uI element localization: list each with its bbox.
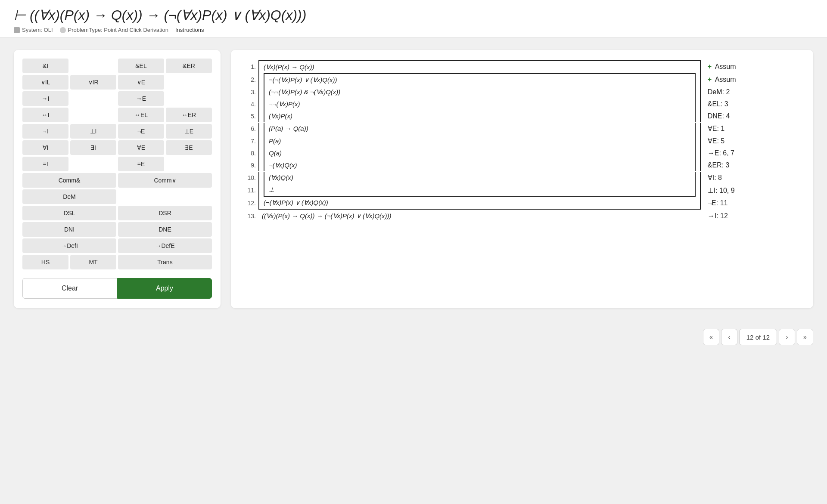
rule-empty-7 — [166, 157, 212, 171]
page-title: ⊢ ((∀x)(P(x) → Q(x)) → (¬(∀x)P(x) ∨ (∀x)… — [14, 7, 813, 23]
line-num-2: 2. — [241, 73, 258, 86]
just-2: Assum — [715, 76, 736, 83]
line-num-8: 8. — [241, 147, 258, 159]
just-9: &ER: 3 — [708, 161, 730, 169]
just-cell-6: ∀E: 1 — [701, 122, 803, 135]
proof-row-1: 1. (∀x)(P(x) → Q(x)) + Assum — [241, 60, 803, 73]
rule-eq-i[interactable]: =I — [22, 157, 68, 171]
just-3: DeM: 2 — [708, 88, 730, 96]
formula-cell-3: (¬¬(∀x)P(x) & ¬(∀x)Q(x)) — [258, 86, 701, 98]
formula-4: ¬¬(∀x)P(x) — [269, 100, 300, 108]
rule-empty-4 — [166, 91, 212, 106]
rule-comm-and[interactable]: Comm& — [22, 173, 116, 188]
rule-comm-or[interactable]: Comm∨ — [118, 173, 212, 188]
last-page-button[interactable]: » — [797, 329, 813, 345]
line-num-12: 12. — [241, 197, 258, 210]
proof-row-4: 4. ¬¬(∀x)P(x) &EL: 3 — [241, 98, 803, 110]
just-10: ∀I: 8 — [708, 174, 722, 181]
rule-bot-i[interactable]: ⊥I — [70, 124, 116, 139]
proof-row-2: 2. ¬(¬(∀x)P(x) ∨ (∀x)Q(x)) + Assum — [241, 73, 803, 86]
rule-exists-i[interactable]: ∃I — [70, 140, 116, 155]
rule-empty-8 — [118, 189, 212, 204]
instructions-link[interactable]: Instructions — [175, 27, 204, 33]
formula-cell-12: (¬(∀x)P(x) ∨ (∀x)Q(x)) — [258, 197, 701, 210]
page-info: 12 of 12 — [739, 329, 777, 345]
rule-dem[interactable]: DeM — [22, 189, 116, 204]
line-num-9: 9. — [241, 159, 258, 171]
rule-trans[interactable]: Trans — [118, 255, 212, 269]
rule-iff-el[interactable]: ↔EL — [118, 108, 164, 122]
rule-forall-i[interactable]: ∀I — [22, 140, 68, 155]
just-cell-9: &ER: 3 — [701, 159, 803, 171]
just-cell-4: &EL: 3 — [701, 98, 803, 110]
just-5: DNE: 4 — [708, 112, 730, 120]
formula-7: P(a) — [269, 137, 281, 145]
just-cell-13: →I: 12 — [701, 210, 803, 223]
rule-dsr[interactable]: DSR — [118, 206, 212, 220]
clear-button[interactable]: Clear — [22, 278, 117, 299]
formula-13: ((∀x)(P(x) → Q(x)) → (¬(∀x)P(x) ∨ (∀x)Q(… — [262, 212, 392, 220]
rule-mt[interactable]: MT — [70, 255, 116, 269]
prev-page-button[interactable]: ‹ — [721, 329, 737, 345]
rule-and-i[interactable]: &I — [22, 59, 68, 73]
plus-1[interactable]: + — [708, 63, 712, 70]
top-bar: ⊢ ((∀x)(P(x) → Q(x)) → (¬(∀x)P(x) ∨ (∀x)… — [0, 0, 827, 38]
rule-empty-1 — [70, 59, 116, 73]
line-num-13: 13. — [241, 210, 258, 223]
rule-and-el[interactable]: &EL — [118, 59, 164, 73]
formula-cell-10: (∀x)Q(x) — [258, 171, 701, 184]
rule-or-e[interactable]: ∨E — [118, 75, 164, 90]
formula-cell-7: P(a) — [258, 135, 701, 147]
rule-impl-e[interactable]: →E — [118, 91, 164, 106]
rule-neg-e[interactable]: ¬E — [118, 124, 164, 139]
rule-and-er[interactable]: &ER — [166, 59, 212, 73]
rule-empty-2 — [166, 75, 212, 90]
rule-exists-e[interactable]: ∃E — [166, 140, 212, 155]
just-cell-10: ∀I: 8 — [701, 171, 803, 184]
just-cell-3: DeM: 2 — [701, 86, 803, 98]
formula-10: (∀x)Q(x) — [269, 174, 293, 181]
apply-button[interactable]: Apply — [117, 278, 212, 299]
formula-11: ⊥ — [269, 186, 274, 193]
rule-bot-e[interactable]: ⊥E — [166, 124, 212, 139]
system-label: System: OLI — [22, 27, 53, 33]
system-icon — [14, 27, 20, 33]
rule-neg-i[interactable]: ¬I — [22, 124, 68, 139]
rule-or-ir[interactable]: ∨IR — [70, 75, 116, 90]
formula-cell-8: Q(a) — [258, 147, 701, 159]
line-num-10: 10. — [241, 171, 258, 184]
rule-hs[interactable]: HS — [22, 255, 68, 269]
line-num-7: 7. — [241, 135, 258, 147]
rule-impl-i[interactable]: →I — [22, 91, 68, 106]
rule-dne[interactable]: DNE — [118, 222, 212, 237]
just-cell-2: + Assum — [701, 73, 803, 86]
formula-cell-1: (∀x)(P(x) → Q(x)) — [258, 60, 701, 73]
just-cell-7: ∀E: 5 — [701, 135, 803, 147]
rule-iff-er[interactable]: ↔ER — [166, 108, 212, 122]
line-num-11: 11. — [241, 184, 258, 197]
formula-cell-6: (P(a) → Q(a)) — [258, 122, 701, 135]
rules-panel: &I &EL &ER ∨IL ∨IR ∨E →I →E ↔I ↔EL ↔ER ¬… — [14, 50, 221, 308]
rule-iff-i[interactable]: ↔I — [22, 108, 68, 122]
proof-row-6: 6. (P(a) → Q(a)) ∀E: 1 — [241, 122, 803, 135]
rule-forall-e[interactable]: ∀E — [118, 140, 164, 155]
just-7: ∀E: 5 — [708, 137, 724, 145]
next-page-button[interactable]: › — [779, 329, 795, 345]
formula-cell-9: ¬(∀x)Q(x) — [258, 159, 701, 171]
rules-grid: &I &EL &ER ∨IL ∨IR ∨E →I →E ↔I ↔EL ↔ER ¬… — [22, 59, 212, 269]
formula-6: (P(a) → Q(a)) — [269, 125, 308, 132]
rule-dni[interactable]: DNI — [22, 222, 116, 237]
rule-or-il[interactable]: ∨IL — [22, 75, 68, 90]
line-num-5: 5. — [241, 110, 258, 122]
just-cell-8: →E: 6, 7 — [701, 147, 803, 159]
action-buttons: Clear Apply — [22, 278, 212, 299]
proof-row-9: 9. ¬(∀x)Q(x) &ER: 3 — [241, 159, 803, 171]
first-page-button[interactable]: « — [703, 329, 719, 345]
rule-impl-def-e[interactable]: →DefE — [118, 238, 212, 253]
rule-impl-def-i[interactable]: →DefI — [22, 238, 116, 253]
rule-empty-5 — [70, 108, 116, 122]
rule-dsl[interactable]: DSL — [22, 206, 116, 220]
rule-eq-e[interactable]: =E — [118, 157, 164, 171]
proof-row-8: 8. Q(a) →E: 6, 7 — [241, 147, 803, 159]
plus-2[interactable]: + — [708, 76, 712, 83]
